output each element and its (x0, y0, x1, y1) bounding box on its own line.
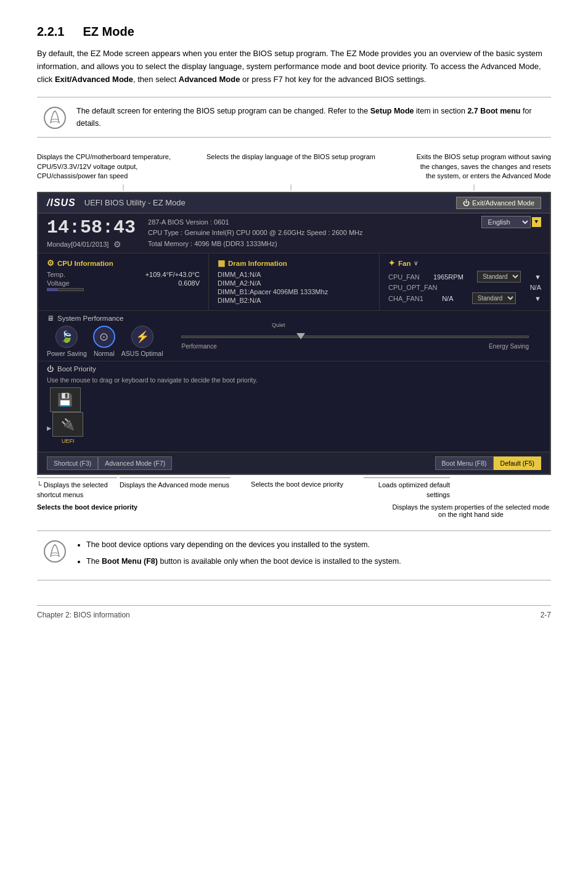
power-saving-label: Power Saving (47, 350, 87, 357)
cpu-opt-fan-row: CPU_OPT_FAN N/A (388, 284, 541, 291)
page-footer: Chapter 2: BIOS information 2-7 (37, 605, 551, 619)
section-body: By default, the EZ Mode screen appears w… (37, 47, 551, 86)
perf-label-left: Performance (181, 343, 216, 350)
bios-sys-info: 287-A BIOS Version : 0601 CPU Type : Gen… (148, 217, 362, 250)
perf-slider-area: Quiet Performance Energy Saving (169, 333, 541, 350)
normal-icon: ⊙ (93, 326, 115, 348)
top-annotations: Displays the CPU/motherboard temperature… (37, 152, 551, 181)
fan-expand-icon[interactable]: ∨ (414, 260, 418, 266)
cpu-fan-value: 1965RPM (433, 273, 463, 281)
bottom-annotations: └ Displays the selected shortcut menus D… (37, 477, 551, 500)
power-icon: ⏻ (463, 199, 470, 207)
asus-optimal-label: ASUS Optimal (121, 350, 163, 357)
perf-icon: 🖥 (47, 315, 54, 322)
gear-icon[interactable]: ⚙ (113, 239, 121, 249)
voltage-label: Voltage (47, 279, 70, 287)
cpu-fan-row: CPU_FAN 1965RPM Standard ▼ (388, 271, 541, 283)
ann-boot-device: Selects the boot device priority (233, 477, 361, 500)
fan-icon: ✦ (388, 258, 395, 268)
note-icon-1 (43, 106, 67, 130)
section-title: EZ Mode (83, 25, 134, 39)
dimm-b1-row: DIMM_B1:Apacer 4096MB 1333Mhz (218, 288, 370, 295)
boot-device-1[interactable]: 💾 ▶ 🔌 UEFI (47, 387, 83, 444)
section-number: 2.2.1 (37, 25, 64, 39)
asus-optimal-mode[interactable]: ⚡ ASUS Optimal (121, 326, 163, 357)
note-item-1: The boot device options vary depending o… (86, 538, 401, 551)
bios-clock: 14:58:43 (47, 217, 136, 238)
fan-column: ✦ Fan ∨ CPU_FAN 1965RPM Standard ▼ CPU_O… (380, 254, 550, 310)
ann-center: Selects the display language of the BIOS… (173, 152, 409, 181)
boot-device-icon-2: 🔌 (52, 412, 83, 437)
temp-label: Temp. (47, 271, 65, 278)
boot-arrow: ▶ (47, 424, 51, 433)
ann-advanced: Displays the Advanced mode menus (120, 477, 231, 500)
asus-optimal-icon: ⚡ (131, 326, 153, 348)
temp-row: Temp. +109.4°F/+43.0°C (47, 271, 200, 278)
perf-row: 🍃 Power Saving ⊙ Normal ⚡ ASUS Optimal Q… (47, 326, 541, 357)
power-saving-mode[interactable]: 🍃 Power Saving (47, 326, 87, 357)
voltage-value: 0.608V (178, 279, 200, 287)
bios-bottom-bar: Shortcut (F3) Advanced Mode (F7) Boot Me… (38, 452, 550, 474)
normal-label: Normal (94, 350, 115, 357)
system-props-note: Displays the system properties of the se… (391, 503, 551, 518)
quiet-label: Quiet (272, 322, 285, 328)
boot-section-header: ⏻ Boot Priority (47, 365, 541, 373)
dimm-b2-row: DIMM_B2:N/A (218, 297, 370, 304)
cha-fan-select[interactable]: Standard (472, 292, 516, 304)
exit-advanced-button[interactable]: ⏻ Exit/Advanced Mode (456, 197, 541, 209)
note-box-2: The boot device options vary depending o… (37, 530, 551, 580)
voltage-row: Voltage 0.608V (47, 279, 200, 287)
boot-instruction: Use the mouse to drag or keyboard to nav… (47, 376, 541, 384)
ann-default: Loads optimized default settings (364, 477, 450, 500)
bios-version: 287-A BIOS Version : 0601 (148, 217, 362, 228)
shortcut-button[interactable]: Shortcut (F3) (47, 456, 98, 470)
language-dropdown-container[interactable]: English ▼ (481, 216, 541, 228)
ann-shortcut: └ Displays the selected shortcut menus (37, 477, 117, 500)
language-select[interactable]: English (481, 216, 531, 228)
bios-titlebar: /ISUS UEFI BIOS Utility - EZ Mode ⏻ Exit… (38, 193, 550, 213)
language-arrow[interactable]: ▼ (532, 217, 541, 227)
perf-slider-track[interactable] (181, 336, 529, 338)
bios-cpu-info: CPU Type : Genuine Intel(R) CPU 0000 @ 2… (148, 228, 362, 239)
boot-devices-row: 💾 ▶ 🔌 UEFI (47, 387, 541, 444)
bios-date: Monday[04/01/2013] (47, 241, 108, 248)
power-saving-icon: 🍃 (55, 326, 78, 348)
note-text-1: The default screen for entering the BIOS… (76, 105, 545, 130)
footer-right: 2-7 (541, 611, 551, 619)
note-list-2: The boot device options vary depending o… (76, 538, 401, 572)
advanced-mode-button[interactable]: Advanced Mode (F7) (98, 456, 172, 470)
fan-header: ✦ Fan ∨ (388, 258, 541, 268)
normal-mode[interactable]: ⊙ Normal (93, 326, 115, 357)
boot-device-icon-1: 💾 (50, 387, 81, 412)
perf-label-right: Energy Saving (489, 343, 529, 350)
cpu-opt-fan-label: CPU_OPT_FAN (388, 284, 437, 291)
ann-right: Exits the BIOS setup program without sav… (409, 152, 551, 181)
bios-memory-info: Total Memory : 4096 MB (DDR3 1333MHz) (148, 239, 362, 250)
svg-point-0 (44, 107, 65, 128)
voltage-bar (47, 288, 84, 291)
select-boot-note: Selects the boot device priority (37, 503, 137, 518)
default-button[interactable]: Default (F5) (494, 456, 541, 470)
cpu-icon: ⚙ (47, 258, 54, 268)
boot-device-label: UEFI (62, 438, 75, 444)
ann-left: Displays the CPU/motherboard temperature… (37, 152, 173, 181)
boot-icon: ⏻ (47, 365, 54, 373)
dimm-a1-row: DIMM_A1:N/A (218, 271, 370, 278)
bios-info-row: 14:58:43 Monday[04/01/2013] ⚙ 287-A BIOS… (38, 213, 550, 254)
dram-icon: ▦ (218, 258, 225, 268)
cpu-fan-label: CPU_FAN (388, 273, 420, 281)
note-item-2: The Boot Menu (F8) button is available o… (86, 555, 401, 568)
perf-slider-labels: Performance Energy Saving (181, 343, 529, 350)
cha-fan-label: CHA_FAN1 (388, 295, 423, 302)
section-heading: 2.2.1 EZ Mode (37, 25, 551, 39)
cha-fan-value: N/A (442, 295, 453, 302)
bios-diagram: Displays the CPU/motherboard temperature… (37, 152, 551, 518)
boot-menu-button[interactable]: Boot Menu (F8) (435, 456, 494, 470)
dram-column: ▦ Dram Information DIMM_A1:N/A DIMM_A2:N… (209, 254, 380, 310)
dram-header: ▦ Dram Information (218, 258, 370, 268)
bios-date-row: Monday[04/01/2013] ⚙ (47, 239, 136, 249)
cpu-fan-select[interactable]: Standard (477, 271, 521, 283)
note-icon-2 (43, 540, 67, 563)
perf-section-header: 🖥 System Performance (47, 315, 541, 322)
cpu-opt-fan-value: N/A (530, 284, 541, 291)
